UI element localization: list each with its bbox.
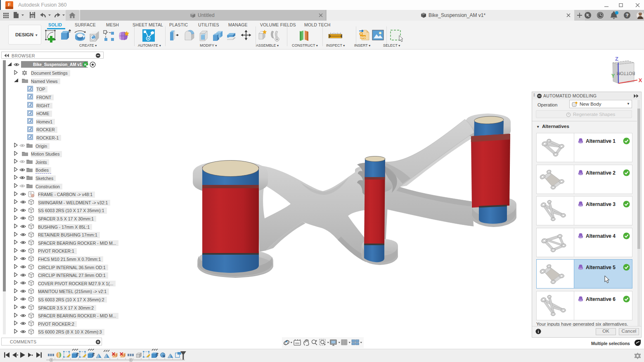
svg-text:F: F (8, 2, 11, 7)
svg-text:BOTTOM: BOTTOM (617, 71, 635, 76)
svg-text:SVG: SVG (360, 36, 366, 39)
svg-text:Y: Y (611, 73, 615, 79)
svg-text:?: ? (625, 13, 628, 18)
svg-text:Z: Z (615, 56, 618, 62)
svg-text:X: X (639, 77, 642, 83)
